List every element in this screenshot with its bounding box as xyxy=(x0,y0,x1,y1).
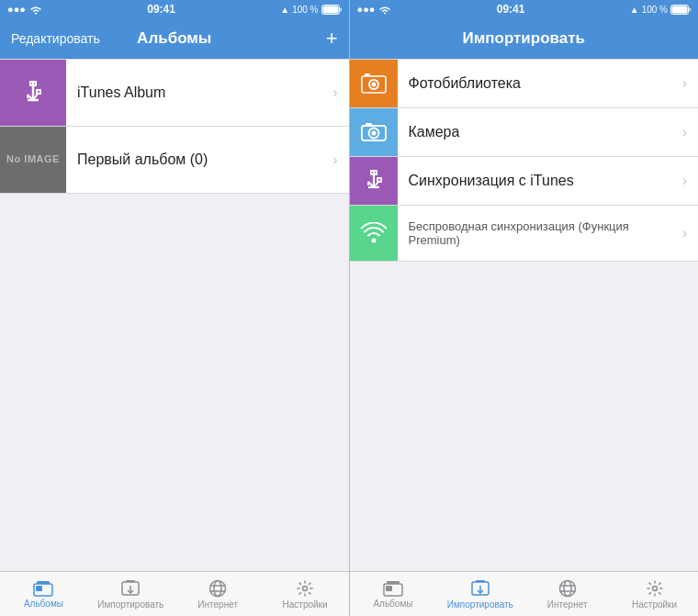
wireless-thumb xyxy=(350,206,398,261)
tab-albums-2[interactable]: Альбомы xyxy=(350,572,437,616)
svg-rect-23 xyxy=(365,73,370,76)
battery-icon-2 xyxy=(670,5,691,15)
svg-rect-29 xyxy=(366,123,372,126)
wireless-label: Беспроводная синхронизация (Функция Prem… xyxy=(398,219,682,247)
svg-point-44 xyxy=(559,580,575,596)
nav-bar-import: Импортировать xyxy=(350,18,699,59)
import-item-camera[interactable]: Камера › xyxy=(350,108,699,157)
tab-albums-label-1: Альбомы xyxy=(24,599,63,609)
tab-settings-1[interactable]: Настройки xyxy=(262,572,349,616)
tab-bar-2: Альбомы Импортировать xyxy=(350,571,699,616)
internet-tab-icon-1 xyxy=(208,579,227,598)
import-tab-icon-2 xyxy=(471,579,490,598)
svg-rect-42 xyxy=(476,580,485,582)
gps-icon-2: ▲ xyxy=(630,5,639,15)
status-right-1: ▲ 100 % xyxy=(280,5,341,15)
tab-settings-label-2: Настройки xyxy=(632,599,677,610)
status-signal-left: ●●● xyxy=(7,4,42,15)
itunes-thumb-import xyxy=(350,157,398,205)
itunes-thumb xyxy=(0,60,66,126)
status-time-1: 09:41 xyxy=(147,3,175,16)
no-image-thumb: No IMAGE xyxy=(0,127,66,193)
svg-point-45 xyxy=(564,580,571,596)
tab-internet-label-1: Интернет xyxy=(197,599,238,610)
settings-tab-icon-1 xyxy=(296,579,314,598)
gps-icon: ▲ xyxy=(280,5,289,15)
status-right-2: ▲ 100 % xyxy=(630,5,691,15)
svg-point-37 xyxy=(371,239,376,243)
camera-chevron: › xyxy=(682,124,698,140)
wifi-icon-2 xyxy=(378,5,391,15)
battery-text-1: 100 % xyxy=(292,5,318,15)
album-item-first[interactable]: No IMAGE Первый альбом (0) › xyxy=(0,127,349,194)
svg-rect-7 xyxy=(37,90,40,94)
settings-tab-icon-2 xyxy=(646,579,664,598)
tab-import-1[interactable]: Импортировать xyxy=(87,572,174,616)
itunes-sync-label: Синхронизация с iTunes xyxy=(398,173,682,189)
svg-point-28 xyxy=(371,131,376,136)
tab-import-label-1: Импортировать xyxy=(97,599,163,610)
svg-rect-1 xyxy=(322,6,338,13)
svg-rect-35 xyxy=(377,178,381,182)
wireless-chevron: › xyxy=(682,225,698,241)
internet-tab-icon-2 xyxy=(558,579,577,598)
battery-text-2: 100 % xyxy=(642,5,668,15)
album-item-itunes[interactable]: iTunes Album › xyxy=(0,59,349,127)
tab-settings-2[interactable]: Настройки xyxy=(611,572,698,616)
status-bar-2: ●●● 09:41 ▲ 100 % xyxy=(350,0,699,18)
first-album-label: Первый альбом (0) xyxy=(66,151,332,168)
camera-thumb xyxy=(350,108,398,156)
tab-bar-1: Альбомы Импортировать xyxy=(0,571,349,616)
tab-albums-1[interactable]: Альбомы xyxy=(0,572,87,616)
no-image-label: No IMAGE xyxy=(6,153,60,165)
svg-point-15 xyxy=(210,580,226,596)
svg-rect-11 xyxy=(36,586,42,591)
tab-settings-label-1: Настройки xyxy=(283,599,328,610)
camera-label: Камера xyxy=(398,124,682,140)
tab-import-label-2: Импортировать xyxy=(447,599,513,610)
import-item-itunes[interactable]: Синхронизация с iTunes › xyxy=(350,157,699,206)
itunes-chevron: › xyxy=(332,84,348,101)
tab-albums-label-2: Альбомы xyxy=(373,599,412,609)
screen-albums: ●●● 09:41 ▲ 100 % Редактировать Альбомы xyxy=(0,0,349,616)
albums-tab-icon xyxy=(33,580,53,597)
photos-thumb xyxy=(350,60,398,107)
status-signal-left-2: ●●● xyxy=(357,4,392,15)
photos-label: Фотобиблиотека xyxy=(398,75,682,92)
svg-rect-40 xyxy=(386,586,392,591)
first-album-chevron: › xyxy=(332,151,348,168)
wifi-icon xyxy=(29,5,42,15)
svg-point-25 xyxy=(371,83,376,87)
itunes-album-label: iTunes Album xyxy=(66,84,332,101)
tab-internet-2[interactable]: Интернет xyxy=(524,572,611,616)
albums-tab-icon-2 xyxy=(383,580,403,597)
svg-rect-13 xyxy=(126,580,135,582)
itunes-sync-chevron: › xyxy=(682,173,698,189)
add-button[interactable]: + xyxy=(326,28,338,49)
status-time-2: 09:41 xyxy=(497,3,525,16)
tab-internet-1[interactable]: Интернет xyxy=(174,572,262,616)
import-title: Импортировать xyxy=(462,29,585,48)
import-list: Фотобиблиотека › Камера › xyxy=(350,59,699,571)
svg-point-48 xyxy=(652,586,657,590)
tab-import-2[interactable]: Импортировать xyxy=(436,572,524,616)
signal-icon: ●●● xyxy=(7,4,26,15)
battery-icon xyxy=(321,5,342,15)
svg-rect-10 xyxy=(37,581,50,584)
svg-point-19 xyxy=(303,586,308,590)
status-bar-1: ●●● 09:41 ▲ 100 % xyxy=(0,0,349,18)
photos-chevron: › xyxy=(682,75,698,92)
import-item-photos[interactable]: Фотобиблиотека › xyxy=(350,59,699,108)
edit-button[interactable]: Редактировать xyxy=(11,31,100,46)
svg-rect-39 xyxy=(387,581,400,584)
tab-internet-label-2: Интернет xyxy=(547,599,588,610)
svg-rect-21 xyxy=(672,6,688,13)
import-tab-icon-1 xyxy=(121,579,140,598)
nav-bar-albums: Редактировать Альбомы + xyxy=(0,18,349,59)
import-item-wireless[interactable]: Беспроводная синхронизация (Функция Prem… xyxy=(350,206,699,262)
screen-import: ●●● 09:41 ▲ 100 % Импортировать xyxy=(350,0,699,616)
signal-icon-2: ●●● xyxy=(357,4,376,15)
albums-title: Альбомы xyxy=(137,29,211,48)
svg-point-16 xyxy=(214,580,221,596)
albums-list: iTunes Album › No IMAGE Первый альбом (0… xyxy=(0,59,349,571)
